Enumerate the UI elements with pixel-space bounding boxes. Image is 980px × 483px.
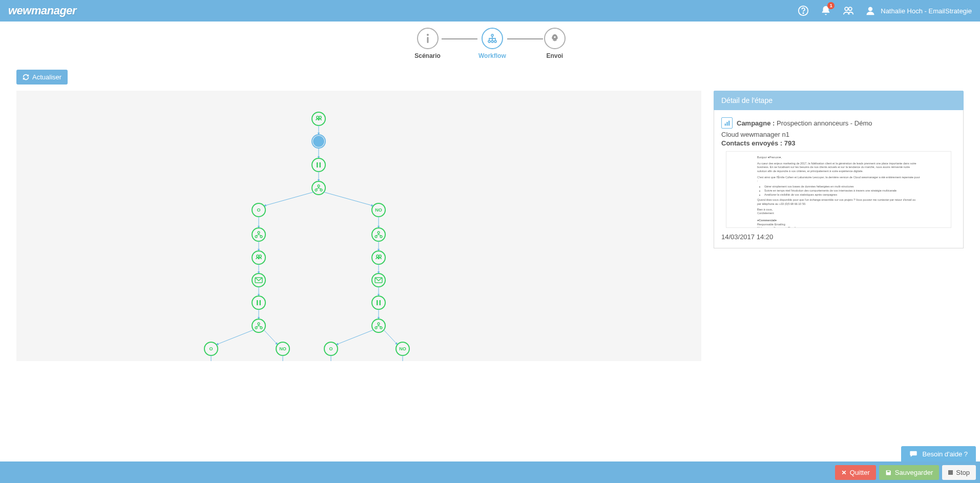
svg-rect-91: [377, 300, 378, 305]
svg-point-9: [491, 40, 493, 43]
svg-line-60: [216, 330, 254, 345]
svg-point-44: [259, 255, 261, 257]
footer-bar: Quitter Sauvegarder Stop: [0, 461, 980, 483]
users-icon[interactable]: [843, 5, 854, 16]
svg-rect-21: [317, 162, 318, 167]
campaign-name-line1: Prospection annonceurs - Démo: [777, 119, 872, 127]
workflow-canvas[interactable]: OONONOONO: [16, 91, 701, 361]
user-menu[interactable]: Nathalie Hoch - EmailStrategie: [865, 6, 972, 16]
workflow-node[interactable]: [312, 135, 325, 148]
workflow-node[interactable]: [252, 274, 265, 287]
help-tab[interactable]: Besoin d'aide ?: [901, 446, 976, 461]
svg-rect-92: [380, 300, 381, 305]
campaign-label: Campagne :: [737, 119, 775, 127]
workflow-node[interactable]: [312, 181, 325, 195]
svg-rect-22: [320, 162, 321, 167]
svg-point-2: [845, 7, 848, 10]
svg-point-7: [491, 34, 493, 36]
workflow-node[interactable]: [372, 228, 385, 241]
stop-button[interactable]: Stop: [942, 465, 976, 480]
workflow-node[interactable]: [252, 319, 265, 332]
workflow-node[interactable]: [372, 274, 385, 287]
svg-rect-109: [724, 123, 725, 125]
svg-text:NO: NO: [375, 207, 382, 213]
panel-header: Détail de l'étape: [714, 91, 964, 110]
refresh-label: Actualiser: [32, 73, 61, 81]
svg-rect-53: [260, 300, 261, 305]
rocket-icon: [544, 28, 566, 49]
info-icon: [417, 28, 439, 49]
svg-point-85: [372, 274, 385, 287]
step-scenario[interactable]: Scénario: [414, 28, 441, 59]
help-icon[interactable]: [798, 5, 809, 16]
svg-point-46: [252, 274, 265, 287]
svg-point-83: [379, 255, 381, 257]
workflow-node[interactable]: O: [252, 203, 265, 217]
workflow-node[interactable]: [252, 228, 265, 241]
quit-button[interactable]: Quitter: [835, 465, 876, 480]
svg-point-82: [377, 255, 379, 257]
workflow-node[interactable]: [372, 251, 385, 264]
svg-point-26: [318, 185, 320, 187]
step-label: Scénario: [414, 52, 441, 59]
refresh-button[interactable]: Actualiser: [16, 70, 68, 85]
workflow-node[interactable]: NO: [276, 342, 289, 355]
workflow-node[interactable]: [312, 158, 325, 172]
svg-line-61: [264, 330, 278, 345]
svg-rect-52: [257, 300, 258, 305]
svg-point-8: [488, 40, 490, 43]
svg-point-13: [317, 116, 319, 118]
svg-line-29: [264, 192, 314, 206]
svg-point-37: [258, 232, 260, 234]
workflow-node[interactable]: O: [204, 342, 218, 355]
user-name: Nathalie Hoch - EmailStrategie: [881, 7, 972, 15]
svg-line-99: [336, 330, 373, 345]
workflow-node[interactable]: [252, 251, 265, 264]
workflow-node[interactable]: NO: [372, 203, 385, 217]
svg-point-20: [314, 160, 324, 170]
svg-point-5: [427, 34, 429, 36]
svg-point-27: [315, 189, 317, 191]
app-logo[interactable]: wewmanager: [8, 0, 76, 22]
main-content: OONONOONO Détail de l'étape Campagne : P…: [0, 91, 980, 361]
app-header: wewmanager 1 Nathalie Hoch - EmailStrate…: [0, 0, 980, 22]
chart-icon: [721, 117, 733, 129]
svg-text:O: O: [329, 346, 332, 351]
svg-point-51: [254, 298, 264, 308]
step-workflow[interactable]: Workflow: [478, 28, 506, 59]
svg-point-14: [319, 116, 321, 118]
svg-point-98: [380, 327, 382, 329]
workflow-node[interactable]: NO: [396, 342, 409, 355]
svg-point-89: [372, 296, 385, 309]
workflow-node[interactable]: [252, 296, 265, 309]
svg-point-76: [378, 232, 380, 234]
svg-point-59: [260, 327, 262, 329]
bell-icon[interactable]: 1: [820, 5, 831, 16]
workflow-node[interactable]: O: [324, 342, 338, 355]
step-envoi[interactable]: Envoi: [544, 28, 566, 59]
svg-point-50: [252, 296, 265, 309]
notification-badge: 1: [827, 2, 835, 9]
svg-text:NO: NO: [399, 346, 406, 351]
email-preview: Bonjour ●Prenom●, Au cœur des enjeux mar…: [726, 151, 951, 228]
step-label: Workflow: [478, 52, 506, 59]
header-actions: 1 Nathalie Hoch - EmailStrategie: [798, 5, 972, 16]
step-connector: [442, 38, 477, 39]
logo-text: wewmanager: [8, 4, 76, 17]
workflow-node[interactable]: [372, 319, 385, 332]
svg-line-100: [384, 330, 398, 345]
svg-point-10: [494, 40, 496, 43]
svg-point-78: [380, 236, 382, 238]
svg-point-19: [312, 158, 325, 172]
workflow-node[interactable]: [372, 296, 385, 309]
step-connector: [507, 38, 543, 39]
svg-point-39: [260, 236, 262, 238]
panel-body: Campagne : Prospection annonceurs - Démo…: [714, 110, 964, 248]
svg-point-90: [373, 298, 384, 308]
save-icon: [885, 469, 892, 476]
contacts-count: 793: [784, 139, 796, 147]
save-button[interactable]: Sauvegarder: [879, 465, 939, 480]
workflow-node[interactable]: [312, 112, 325, 125]
svg-point-97: [375, 327, 377, 329]
svg-point-3: [849, 7, 852, 10]
